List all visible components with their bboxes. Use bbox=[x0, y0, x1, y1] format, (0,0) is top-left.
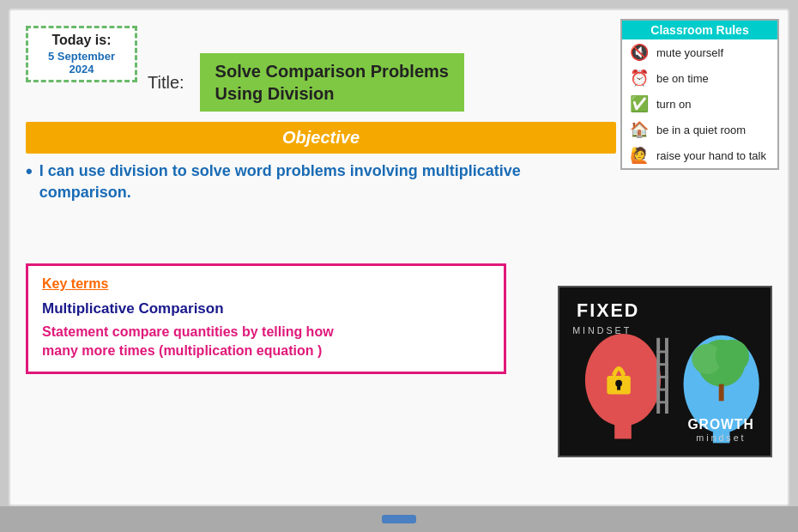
objective-bullet: • I can use division to solve word probl… bbox=[26, 160, 608, 203]
title-line1: Solve Comparison Problems bbox=[215, 60, 449, 82]
objective-text: I can use division to solve word problem… bbox=[39, 160, 608, 203]
rule-item-quiet: 🏠 be in a quiet room bbox=[622, 117, 777, 142]
objective-bar: Objective bbox=[26, 122, 616, 154]
rule-item-mute: 🔇 mute yourself bbox=[622, 39, 777, 65]
rule-turnon-label: turn on bbox=[656, 98, 691, 111]
check-icon: ✅ bbox=[629, 94, 650, 113]
svg-rect-7 bbox=[656, 363, 668, 366]
key-terms-title: Key terms bbox=[42, 276, 490, 292]
svg-rect-10 bbox=[656, 401, 668, 403]
svg-text:MINDSET: MINDSET bbox=[572, 325, 632, 336]
rule-item-hand: 🙋 raise your hand to talk bbox=[622, 142, 777, 168]
key-terms-def-line1: Statement compare quantities by telling … bbox=[42, 324, 334, 339]
mindset-svg: FIXED MINDSET bbox=[559, 287, 771, 456]
objective-label: Objective bbox=[282, 128, 360, 147]
svg-text:mindset: mindset bbox=[696, 432, 746, 443]
svg-rect-8 bbox=[656, 376, 668, 378]
svg-text:FIXED: FIXED bbox=[577, 299, 639, 321]
bottom-indicator-1 bbox=[382, 515, 416, 523]
svg-rect-9 bbox=[656, 389, 668, 391]
key-terms-def: Statement compare quantities by telling … bbox=[42, 323, 490, 361]
clock-icon: ⏰ bbox=[629, 69, 650, 88]
svg-rect-6 bbox=[656, 351, 668, 354]
today-box: Today is: 5 September 2024 bbox=[26, 26, 137, 82]
svg-text:GROWTH: GROWTH bbox=[687, 417, 753, 432]
rule-mute-label: mute yourself bbox=[656, 46, 723, 59]
mute-icon: 🔇 bbox=[629, 43, 650, 62]
title-section: Title: Solve Comparison Problems Using D… bbox=[148, 53, 616, 112]
svg-point-19 bbox=[716, 340, 749, 373]
hand-icon: 🙋 bbox=[629, 146, 650, 165]
rule-time-label: be on time bbox=[656, 72, 709, 85]
rule-quiet-label: be in a quiet room bbox=[656, 124, 746, 136]
title-line2: Using Division bbox=[215, 82, 449, 105]
bullet-dot: • bbox=[26, 160, 33, 183]
mindset-graphic: FIXED MINDSET bbox=[558, 286, 772, 457]
house-icon: 🏠 bbox=[629, 120, 650, 139]
key-terms-box: Key terms Multiplicative Comparison Stat… bbox=[26, 263, 506, 374]
svg-rect-13 bbox=[617, 385, 620, 390]
bottom-bar bbox=[0, 506, 798, 532]
key-terms-def-line2: many more times (multiplication equation… bbox=[42, 343, 322, 358]
classroom-rules-header: Classroom Rules bbox=[622, 21, 777, 39]
key-terms-term: Multiplicative Comparison bbox=[42, 300, 490, 317]
objective-content: • I can use division to solve word probl… bbox=[26, 160, 608, 203]
svg-rect-20 bbox=[719, 384, 724, 402]
classroom-rules-panel: Classroom Rules 🔇 mute yourself ⏰ be on … bbox=[620, 19, 779, 170]
rule-item-turnon: ✅ turn on bbox=[622, 91, 777, 117]
today-label: Today is: bbox=[35, 33, 128, 48]
title-green-box: Solve Comparison Problems Using Division bbox=[200, 53, 464, 112]
today-date: 5 September 2024 bbox=[35, 50, 128, 76]
title-prefix: Title: bbox=[148, 73, 184, 93]
rule-item-time: ⏰ be on time bbox=[622, 65, 777, 91]
whiteboard: Today is: 5 September 2024 Title: Solve … bbox=[9, 9, 789, 506]
rule-hand-label: raise your hand to talk bbox=[656, 149, 766, 162]
svg-rect-2 bbox=[614, 422, 632, 439]
